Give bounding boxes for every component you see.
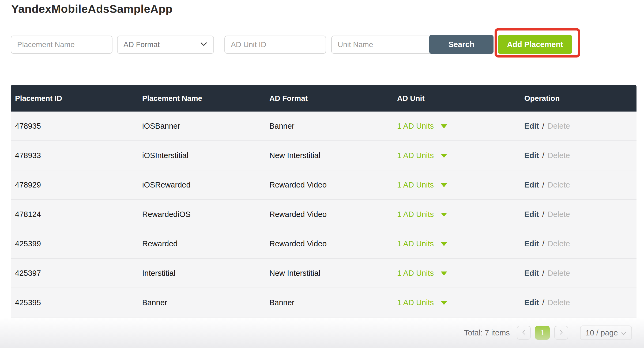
ad-units-link[interactable]: 1 AD Units [397, 181, 434, 189]
delete-link[interactable]: Delete [548, 239, 570, 248]
caret-down-icon[interactable] [441, 213, 447, 217]
cell-ad-format: New Interstitial [265, 269, 393, 278]
delete-link[interactable]: Delete [548, 181, 570, 189]
cell-ad-unit: 1 AD Units [393, 151, 520, 160]
pagination-total: Total: 7 items [464, 326, 510, 340]
caret-down-icon[interactable] [441, 242, 447, 246]
cell-placement-name: Rewarded [138, 239, 265, 248]
pagination-page-1[interactable]: 1 [535, 326, 550, 340]
page-size-value: 10 / page [586, 328, 618, 337]
cell-operation: Edit/Delete [520, 269, 637, 278]
table-row: 425397InterstitialNew Interstitial1 AD U… [11, 259, 637, 288]
table-row: 478124RewardediOSRewarded Video1 AD Unit… [11, 200, 637, 229]
header-operation: Operation [520, 94, 637, 103]
edit-link[interactable]: Edit [524, 239, 539, 248]
ad-units-link[interactable]: 1 AD Units [397, 269, 434, 277]
operation-separator: / [542, 239, 544, 248]
cell-placement-id: 425397 [11, 269, 138, 278]
ad-units-link[interactable]: 1 AD Units [397, 151, 434, 160]
delete-link[interactable]: Delete [548, 298, 570, 307]
cell-placement-name: iOSInterstitial [138, 151, 265, 160]
cell-operation: Edit/Delete [520, 210, 637, 219]
pagination-next-button[interactable] [554, 326, 568, 340]
page-size-select[interactable]: 10 / page [580, 326, 632, 340]
cell-placement-id: 478935 [11, 122, 138, 131]
page-title: YandexMobileAdsSampleApp [11, 3, 172, 16]
delete-link[interactable]: Delete [548, 151, 570, 160]
cell-placement-name: iOSBanner [138, 122, 265, 131]
cell-operation: Edit/Delete [520, 298, 637, 307]
operation-separator: / [542, 181, 544, 189]
edit-link[interactable]: Edit [524, 181, 539, 189]
operation-separator: / [542, 210, 544, 219]
table-row: 478929iOSRewardedRewarded Video1 AD Unit… [11, 170, 637, 200]
cell-ad-unit: 1 AD Units [393, 181, 520, 189]
table-row: 425395BannerBanner1 AD UnitsEdit/Delete [11, 288, 637, 318]
cell-placement-name: iOSRewarded [138, 181, 265, 189]
edit-link[interactable]: Edit [524, 210, 539, 219]
cell-ad-unit: 1 AD Units [393, 210, 520, 219]
edit-link[interactable]: Edit [524, 298, 539, 307]
edit-link[interactable]: Edit [524, 122, 539, 130]
add-placement-button[interactable]: Add Placement [498, 35, 572, 54]
caret-down-icon[interactable] [441, 183, 447, 187]
ad-units-link[interactable]: 1 AD Units [397, 122, 434, 130]
operation-separator: / [542, 151, 544, 160]
table-row: 425399RewardedRewarded Video1 AD UnitsEd… [11, 229, 637, 259]
ad-units-link[interactable]: 1 AD Units [397, 298, 434, 307]
cell-operation: Edit/Delete [520, 239, 637, 248]
edit-link[interactable]: Edit [524, 269, 539, 277]
pagination-prev-button[interactable] [517, 326, 531, 340]
cell-placement-name: RewardediOS [138, 210, 265, 219]
search-button[interactable]: Search [429, 35, 494, 54]
caret-down-icon[interactable] [441, 154, 447, 158]
delete-link[interactable]: Delete [548, 210, 570, 219]
placements-table: Placement ID Placement Name AD Format AD… [11, 85, 637, 318]
operation-separator: / [542, 269, 544, 277]
delete-link[interactable]: Delete [548, 122, 570, 130]
cell-ad-unit: 1 AD Units [393, 269, 520, 278]
cell-ad-format: Banner [265, 122, 393, 131]
caret-down-icon[interactable] [441, 271, 447, 276]
cell-placement-id: 425395 [11, 298, 138, 307]
placement-name-input[interactable] [11, 36, 112, 54]
caret-down-icon[interactable] [441, 301, 447, 305]
chevron-down-icon [621, 328, 626, 337]
unit-name-input[interactable] [331, 36, 432, 54]
ad-unit-id-input[interactable] [224, 36, 326, 54]
table-header-row: Placement ID Placement Name AD Format AD… [11, 85, 637, 112]
cell-ad-format: Rewarded Video [265, 239, 393, 248]
table-row: 478935iOSBannerBanner1 AD UnitsEdit/Dele… [11, 112, 637, 141]
table-row: 478933iOSInterstitialNew Interstitial1 A… [11, 141, 637, 170]
header-ad-unit: AD Unit [393, 94, 520, 103]
operation-separator: / [542, 122, 544, 130]
cell-placement-id: 478933 [11, 151, 138, 160]
cell-ad-format: Banner [265, 298, 393, 307]
delete-link[interactable]: Delete [548, 269, 570, 277]
header-placement-id: Placement ID [11, 94, 138, 103]
cell-placement-id: 478124 [11, 210, 138, 219]
edit-link[interactable]: Edit [524, 151, 539, 160]
cell-ad-format: Rewarded Video [265, 181, 393, 189]
cell-placement-id: 425399 [11, 239, 138, 248]
chevron-left-icon [521, 329, 526, 336]
cell-ad-unit: 1 AD Units [393, 298, 520, 307]
chevron-down-icon [200, 42, 208, 48]
operation-separator: / [542, 298, 544, 307]
caret-down-icon[interactable] [441, 124, 447, 128]
ad-units-link[interactable]: 1 AD Units [397, 239, 434, 248]
table-body: 478935iOSBannerBanner1 AD UnitsEdit/Dele… [11, 112, 637, 318]
cell-ad-format: Rewarded Video [265, 210, 393, 219]
ad-format-select-value: AD Format [123, 40, 200, 49]
header-ad-format: AD Format [265, 94, 393, 103]
cell-operation: Edit/Delete [520, 151, 637, 160]
cell-placement-name: Banner [138, 298, 265, 307]
cell-operation: Edit/Delete [520, 122, 637, 131]
ad-format-select[interactable]: AD Format [117, 36, 214, 54]
ad-units-link[interactable]: 1 AD Units [397, 210, 434, 219]
header-placement-name: Placement Name [138, 94, 265, 103]
cell-operation: Edit/Delete [520, 181, 637, 189]
cell-ad-unit: 1 AD Units [393, 239, 520, 248]
cell-ad-unit: 1 AD Units [393, 122, 520, 131]
chevron-right-icon [559, 329, 564, 336]
